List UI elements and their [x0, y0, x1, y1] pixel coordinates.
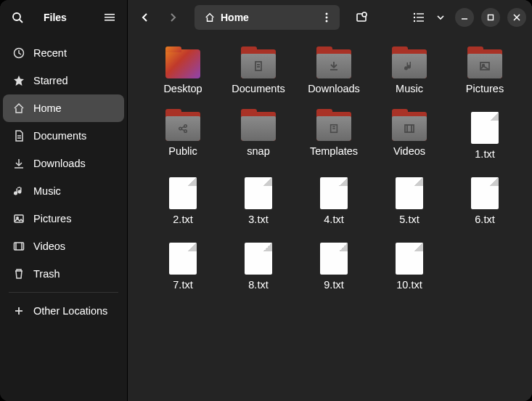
item-label: 1.txt: [475, 148, 494, 160]
chevron-right-icon: [168, 12, 177, 23]
file-item[interactable]: 1.txt: [447, 112, 523, 160]
svg-rect-29: [488, 15, 494, 20]
svg-rect-10: [15, 215, 23, 222]
download-icon: [13, 158, 25, 169]
folder-item[interactable]: Documents: [221, 49, 296, 94]
svg-line-43: [181, 129, 184, 131]
folder-item[interactable]: Templates: [296, 112, 372, 160]
list-icon: [105, 12, 115, 23]
file-item[interactable]: 4.txt: [296, 177, 372, 225]
sidebar-list: RecentStarredHomeDocumentsDownloadsMusic…: [0, 35, 127, 401]
file-item[interactable]: 10.txt: [372, 243, 447, 291]
sidebar-item-documents[interactable]: Documents: [0, 122, 127, 150]
svg-rect-23: [417, 13, 424, 14]
file-item[interactable]: 5.txt: [372, 177, 447, 225]
item-label: Documents: [232, 83, 285, 94]
svg-point-26: [414, 20, 415, 22]
sidebar-item-starred[interactable]: Starred: [0, 67, 127, 94]
sidebar-item-trash[interactable]: Trash: [0, 260, 127, 288]
svg-rect-32: [255, 62, 261, 70]
file-item[interactable]: 7.txt: [145, 243, 221, 291]
content-area[interactable]: DesktopDocumentsDownloadsMusicPicturesPu…: [128, 35, 532, 401]
music-icon: [13, 185, 25, 197]
maximize-button[interactable]: [481, 8, 500, 27]
home-icon: [13, 102, 25, 114]
list-view-icon: [413, 12, 425, 23]
svg-point-0: [13, 13, 20, 20]
app-title: Files: [44, 12, 98, 23]
svg-rect-27: [417, 20, 424, 21]
file-item[interactable]: 3.txt: [221, 177, 296, 225]
text-file-icon: [245, 177, 272, 209]
view-options-button[interactable]: [433, 6, 448, 29]
plus-icon: [13, 305, 25, 317]
folder-item[interactable]: Videos: [372, 112, 447, 160]
item-label: 5.txt: [399, 214, 419, 225]
folder-icon: [165, 112, 200, 141]
chevron-left-icon: [141, 12, 150, 23]
path-menu-button[interactable]: [316, 7, 337, 28]
svg-rect-2: [105, 14, 115, 15]
folder-item[interactable]: Pictures: [447, 49, 523, 94]
file-item[interactable]: 8.txt: [221, 243, 296, 291]
file-item[interactable]: 2.txt: [145, 177, 221, 225]
back-button[interactable]: [134, 6, 157, 29]
item-label: Templates: [310, 145, 358, 157]
focus-mode-button[interactable]: [350, 6, 373, 29]
sidebar-item-music[interactable]: Music: [0, 177, 127, 205]
chevron-down-icon: [437, 15, 444, 20]
minimize-button[interactable]: [455, 8, 474, 27]
text-file-icon: [245, 243, 272, 275]
sidebar-item-pictures[interactable]: Pictures: [0, 205, 127, 232]
search-button[interactable]: [6, 6, 29, 29]
item-label: Music: [396, 83, 423, 94]
svg-point-24: [414, 17, 415, 18]
view-list-button[interactable]: [407, 6, 430, 29]
sidebar-item-videos[interactable]: Videos: [0, 232, 127, 260]
folder-item[interactable]: Desktop: [145, 49, 221, 94]
svg-rect-3: [105, 17, 115, 18]
text-file-icon: [396, 243, 423, 275]
close-button[interactable]: [507, 8, 526, 27]
svg-line-42: [181, 126, 184, 128]
svg-point-22: [414, 13, 415, 15]
folder-item[interactable]: Music: [372, 49, 447, 94]
sidebar-item-other-locations[interactable]: Other Locations: [0, 297, 127, 325]
item-label: Videos: [393, 145, 425, 157]
titlebar: Home: [128, 0, 532, 35]
search-icon: [12, 12, 23, 23]
folder-icon: [392, 49, 427, 78]
item-label: 10.txt: [396, 279, 422, 291]
svg-rect-47: [405, 125, 414, 132]
item-label: snap: [247, 145, 269, 157]
file-manager-window: Files RecentStarredHomeDocumentsDownload…: [0, 0, 532, 401]
text-file-icon: [396, 177, 423, 209]
item-label: 2.txt: [173, 214, 192, 225]
forward-button[interactable]: [161, 6, 184, 29]
sidebar-item-recent[interactable]: Recent: [0, 39, 127, 67]
folder-item[interactable]: Downloads: [296, 49, 372, 94]
desktop-folder-icon: [165, 49, 200, 78]
folder-icon: [241, 49, 276, 78]
file-grid: DesktopDocumentsDownloadsMusicPicturesPu…: [135, 49, 525, 291]
path-bar[interactable]: Home: [195, 5, 340, 30]
folder-item[interactable]: Public: [145, 112, 221, 160]
document-icon: [13, 130, 25, 142]
folder-item[interactable]: snap: [221, 112, 296, 160]
item-label: Downloads: [308, 83, 360, 94]
svg-rect-4: [105, 20, 115, 21]
sidebar-item-label: Downloads: [33, 158, 86, 169]
trash-icon: [13, 268, 25, 280]
sidebar-menu-button[interactable]: [98, 6, 121, 29]
sidebar-item-downloads[interactable]: Downloads: [0, 150, 127, 177]
picture-icon: [13, 213, 25, 224]
path-segment-home[interactable]: Home: [197, 5, 256, 30]
svg-point-21: [362, 12, 367, 17]
star-icon: [13, 75, 25, 86]
file-item[interactable]: 6.txt: [447, 177, 523, 225]
main-area: Home: [128, 0, 532, 401]
sidebar-divider: [9, 292, 118, 293]
sidebar: Files RecentStarredHomeDocumentsDownload…: [0, 0, 128, 401]
sidebar-item-home[interactable]: Home: [3, 94, 124, 122]
file-item[interactable]: 9.txt: [296, 243, 372, 291]
